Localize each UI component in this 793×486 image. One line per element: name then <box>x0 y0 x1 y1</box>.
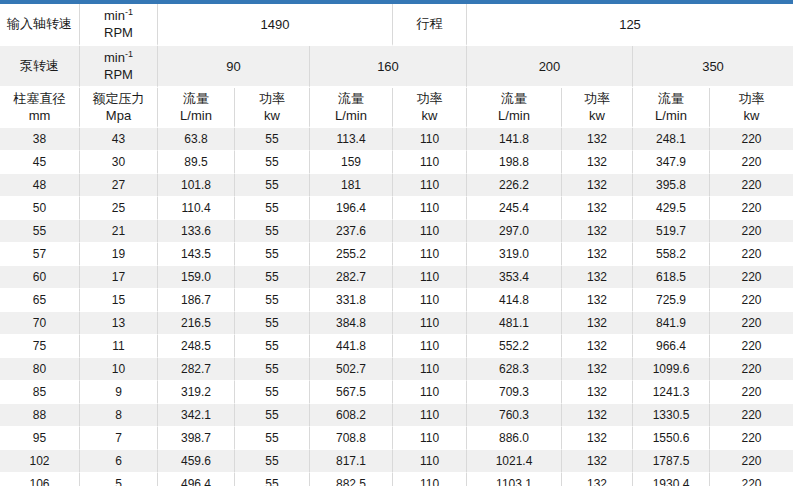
cell: 27 <box>80 174 158 197</box>
cell: 21 <box>80 220 158 243</box>
cell: 10 <box>80 358 158 381</box>
cell: 552.2 <box>467 335 562 358</box>
table-row: 1026459.655817.11101021.41321787.5220 <box>0 450 793 473</box>
cell: 198.8 <box>467 151 562 174</box>
cell: 220 <box>710 197 793 220</box>
cell: 220 <box>710 381 793 404</box>
subheader-flow-160: 流量 L/min <box>310 88 393 128</box>
unit-exponent: -1 <box>125 49 133 59</box>
power-label: 功率 <box>394 90 465 107</box>
cell: 181 <box>310 174 393 197</box>
cell: 132 <box>562 358 633 381</box>
cell: 55 <box>235 197 310 220</box>
cell: 110 <box>393 174 467 197</box>
cell: 55 <box>235 381 310 404</box>
cell: 132 <box>562 128 633 151</box>
cell: 220 <box>710 450 793 473</box>
cell: 1103.1 <box>467 473 562 486</box>
cell: 63.8 <box>158 128 235 151</box>
cell: 882.5 <box>310 473 393 486</box>
cell: 110 <box>393 404 467 427</box>
flow-label: 流量 <box>634 90 708 107</box>
cell: 567.5 <box>310 381 393 404</box>
cell: 9 <box>80 381 158 404</box>
cell: 220 <box>710 266 793 289</box>
cell: 226.2 <box>467 174 562 197</box>
header-speed-90: 90 <box>158 46 310 88</box>
cell: 255.2 <box>310 243 393 266</box>
plunger-label: 柱塞直径 <box>1 90 78 107</box>
cell: 708.8 <box>310 427 393 450</box>
power-unit: kw <box>563 107 631 124</box>
cell: 282.7 <box>310 266 393 289</box>
header-unit-cell: min-1 RPM <box>80 46 158 88</box>
cell: 429.5 <box>633 197 710 220</box>
cell: 113.4 <box>310 128 393 151</box>
cell: 60 <box>0 266 80 289</box>
cell: 132 <box>562 450 633 473</box>
cell: 50 <box>0 197 80 220</box>
header-speed-200: 200 <box>467 46 633 88</box>
cell: 55 <box>235 358 310 381</box>
cell: 282.7 <box>158 358 235 381</box>
cell: 88 <box>0 404 80 427</box>
cell: 519.7 <box>633 220 710 243</box>
cell: 1330.5 <box>633 404 710 427</box>
cell: 55 <box>0 220 80 243</box>
pressure-unit: Mpa <box>81 107 156 124</box>
cell: 110 <box>393 266 467 289</box>
cell: 132 <box>562 243 633 266</box>
table-row: 6515186.755331.8110414.8132725.9220 <box>0 289 793 312</box>
cell: 55 <box>235 404 310 427</box>
cell: 558.2 <box>633 243 710 266</box>
cell: 186.7 <box>158 289 235 312</box>
cell: 110 <box>393 312 467 335</box>
flow-unit: L/min <box>468 107 560 124</box>
table-row: 7511248.555441.8110552.2132966.4220 <box>0 335 793 358</box>
cell: 30 <box>80 151 158 174</box>
cell: 55 <box>235 335 310 358</box>
table-row: 5719143.555255.2110319.0132558.2220 <box>0 243 793 266</box>
unit-exponent: -1 <box>125 7 133 17</box>
unit-min: min <box>104 8 125 23</box>
cell: 220 <box>710 404 793 427</box>
pump-spec-table: 输入轴转速 min-1 RPM 1490 行程 125 泵转速 min-1 RP… <box>0 4 793 486</box>
cell: 1099.6 <box>633 358 710 381</box>
cell: 38 <box>0 128 80 151</box>
cell: 725.9 <box>633 289 710 312</box>
cell: 502.7 <box>310 358 393 381</box>
cell: 132 <box>562 266 633 289</box>
power-unit: kw <box>394 107 465 124</box>
cell: 101.8 <box>158 174 235 197</box>
cell: 220 <box>710 312 793 335</box>
cell: 143.5 <box>158 243 235 266</box>
cell: 55 <box>235 289 310 312</box>
table-row: 957398.755708.8110886.01321550.6220 <box>0 427 793 450</box>
cell: 1021.4 <box>467 450 562 473</box>
unit-rpm: RPM <box>81 24 156 41</box>
cell: 220 <box>710 427 793 450</box>
pressure-label: 额定压力 <box>81 90 156 107</box>
subheader-power-160: 功率 kw <box>393 88 467 128</box>
cell: 110 <box>393 335 467 358</box>
cell: 85 <box>0 381 80 404</box>
unit-min: min <box>104 50 125 65</box>
cell: 55 <box>235 312 310 335</box>
cell: 102 <box>0 450 80 473</box>
table-row: 888342.155608.2110760.31321330.5220 <box>0 404 793 427</box>
cell: 248.5 <box>158 335 235 358</box>
table-row: 6017159.055282.7110353.4132618.5220 <box>0 266 793 289</box>
cell: 7 <box>80 427 158 450</box>
cell: 220 <box>710 335 793 358</box>
cell: 220 <box>710 243 793 266</box>
unit-rpm: RPM <box>81 66 156 83</box>
cell: 132 <box>562 335 633 358</box>
subheader-plunger-diameter: 柱塞直径 mm <box>0 88 80 128</box>
flow-label: 流量 <box>468 90 560 107</box>
cell: 709.3 <box>467 381 562 404</box>
cell: 55 <box>235 427 310 450</box>
cell: 110 <box>393 427 467 450</box>
cell: 220 <box>710 289 793 312</box>
header-row-columns: 柱塞直径 mm 额定压力 Mpa 流量 L/min 功率 kw 流量 L/m <box>0 88 793 128</box>
cell: 43 <box>80 128 158 151</box>
